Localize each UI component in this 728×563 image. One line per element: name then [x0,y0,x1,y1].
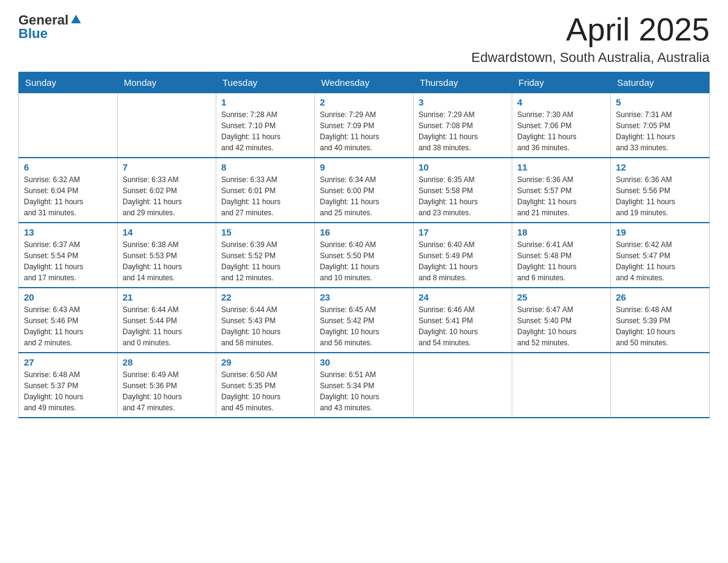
calendar-week-row: 27Sunrise: 6:48 AMSunset: 5:37 PMDayligh… [19,353,710,418]
day-number: 26 [616,292,704,302]
day-number: 14 [123,227,211,237]
calendar-cell: 10Sunrise: 6:35 AMSunset: 5:58 PMDayligh… [414,158,512,223]
page-header: General Blue April 2025 Edwardstown, Sou… [18,12,710,66]
day-info: Sunrise: 6:44 AMSunset: 5:43 PMDaylight:… [221,305,281,347]
calendar-cell: 18Sunrise: 6:41 AMSunset: 5:48 PMDayligh… [512,223,611,288]
calendar-cell: 8Sunrise: 6:33 AMSunset: 6:01 PMDaylight… [216,158,315,223]
calendar-table: SundayMondayTuesdayWednesdayThursdayFrid… [18,72,710,418]
page-subtitle: Edwardstown, South Australia, Australia [471,50,710,66]
day-info: Sunrise: 6:51 AMSunset: 5:34 PMDaylight:… [320,370,379,412]
day-info: Sunrise: 6:34 AMSunset: 6:00 PMDaylight:… [320,175,379,217]
day-number: 27 [24,357,112,367]
day-info: Sunrise: 6:32 AMSunset: 6:04 PMDaylight:… [24,175,83,217]
day-info: Sunrise: 6:40 AMSunset: 5:49 PMDaylight:… [419,240,478,282]
day-info: Sunrise: 6:37 AMSunset: 5:54 PMDaylight:… [24,240,83,282]
day-number: 28 [123,357,211,367]
calendar-cell: 16Sunrise: 6:40 AMSunset: 5:50 PMDayligh… [315,223,414,288]
svg-marker-0 [71,15,81,23]
day-number: 19 [616,227,704,237]
calendar-cell: 22Sunrise: 6:44 AMSunset: 5:43 PMDayligh… [216,288,315,353]
calendar-cell: 20Sunrise: 6:43 AMSunset: 5:46 PMDayligh… [19,288,118,353]
logo-blue-text: Blue [18,26,48,42]
calendar-day-header: Thursday [414,72,512,93]
calendar-cell: 25Sunrise: 6:47 AMSunset: 5:40 PMDayligh… [512,288,611,353]
calendar-cell: 3Sunrise: 7:29 AMSunset: 7:08 PMDaylight… [414,93,512,158]
calendar-cell: 30Sunrise: 6:51 AMSunset: 5:34 PMDayligh… [315,353,414,418]
day-info: Sunrise: 6:40 AMSunset: 5:50 PMDaylight:… [320,240,379,282]
day-info: Sunrise: 6:36 AMSunset: 5:56 PMDaylight:… [616,175,675,217]
day-info: Sunrise: 6:48 AMSunset: 5:39 PMDaylight:… [616,305,675,347]
day-info: Sunrise: 7:31 AMSunset: 7:05 PMDaylight:… [616,110,675,152]
day-number: 15 [221,227,309,237]
day-number: 25 [517,292,605,302]
day-number: 20 [24,292,112,302]
day-number: 24 [419,292,507,302]
calendar-cell: 9Sunrise: 6:34 AMSunset: 6:00 PMDaylight… [315,158,414,223]
day-info: Sunrise: 6:48 AMSunset: 5:37 PMDaylight:… [24,370,83,412]
calendar-cell [118,93,216,158]
day-info: Sunrise: 6:33 AMSunset: 6:01 PMDaylight:… [221,175,281,217]
day-number: 10 [419,162,507,172]
day-info: Sunrise: 6:49 AMSunset: 5:36 PMDaylight:… [123,370,182,412]
day-number: 11 [517,162,605,172]
calendar-cell: 23Sunrise: 6:45 AMSunset: 5:42 PMDayligh… [315,288,414,353]
day-info: Sunrise: 6:42 AMSunset: 5:47 PMDaylight:… [616,240,675,282]
calendar-cell: 21Sunrise: 6:44 AMSunset: 5:44 PMDayligh… [118,288,216,353]
day-number: 8 [221,162,309,172]
calendar-cell [414,353,512,418]
day-info: Sunrise: 6:35 AMSunset: 5:58 PMDaylight:… [419,175,478,217]
day-info: Sunrise: 6:50 AMSunset: 5:35 PMDaylight:… [221,370,281,412]
day-number: 9 [320,162,408,172]
calendar-cell: 17Sunrise: 6:40 AMSunset: 5:49 PMDayligh… [414,223,512,288]
day-info: Sunrise: 6:41 AMSunset: 5:48 PMDaylight:… [517,240,577,282]
calendar-cell: 11Sunrise: 6:36 AMSunset: 5:57 PMDayligh… [512,158,611,223]
day-number: 22 [221,292,309,302]
day-number: 17 [419,227,507,237]
calendar-cell [19,93,118,158]
calendar-cell: 7Sunrise: 6:33 AMSunset: 6:02 PMDaylight… [118,158,216,223]
calendar-cell: 15Sunrise: 6:39 AMSunset: 5:52 PMDayligh… [216,223,315,288]
calendar-header-row: SundayMondayTuesdayWednesdayThursdayFrid… [19,72,710,93]
calendar-week-row: 1Sunrise: 7:28 AMSunset: 7:10 PMDaylight… [19,93,710,158]
logo-triangle-icon [70,13,82,27]
day-info: Sunrise: 6:43 AMSunset: 5:46 PMDaylight:… [24,305,83,347]
calendar-cell: 24Sunrise: 6:46 AMSunset: 5:41 PMDayligh… [414,288,512,353]
calendar-day-header: Saturday [611,72,710,93]
calendar-cell [512,353,611,418]
day-number: 21 [123,292,211,302]
calendar-cell: 14Sunrise: 6:38 AMSunset: 5:53 PMDayligh… [118,223,216,288]
day-info: Sunrise: 7:28 AMSunset: 7:10 PMDaylight:… [221,110,281,152]
title-section: April 2025 Edwardstown, South Australia,… [471,12,710,66]
calendar-cell: 29Sunrise: 6:50 AMSunset: 5:35 PMDayligh… [216,353,315,418]
calendar-cell: 27Sunrise: 6:48 AMSunset: 5:37 PMDayligh… [19,353,118,418]
calendar-cell: 6Sunrise: 6:32 AMSunset: 6:04 PMDaylight… [19,158,118,223]
calendar-week-row: 20Sunrise: 6:43 AMSunset: 5:46 PMDayligh… [19,288,710,353]
day-info: Sunrise: 6:45 AMSunset: 5:42 PMDaylight:… [320,305,379,347]
day-number: 7 [123,162,211,172]
calendar-cell: 19Sunrise: 6:42 AMSunset: 5:47 PMDayligh… [611,223,710,288]
day-info: Sunrise: 7:29 AMSunset: 7:09 PMDaylight:… [320,110,379,152]
day-info: Sunrise: 7:30 AMSunset: 7:06 PMDaylight:… [517,110,577,152]
calendar-day-header: Monday [118,72,216,93]
day-number: 30 [320,357,408,367]
day-number: 16 [320,227,408,237]
day-number: 23 [320,292,408,302]
day-info: Sunrise: 6:47 AMSunset: 5:40 PMDaylight:… [517,305,577,347]
day-info: Sunrise: 6:46 AMSunset: 5:41 PMDaylight:… [419,305,478,347]
calendar-cell: 26Sunrise: 6:48 AMSunset: 5:39 PMDayligh… [611,288,710,353]
calendar-day-header: Sunday [19,72,118,93]
day-number: 5 [616,97,704,107]
day-info: Sunrise: 6:39 AMSunset: 5:52 PMDaylight:… [221,240,281,282]
calendar-cell: 2Sunrise: 7:29 AMSunset: 7:09 PMDaylight… [315,93,414,158]
calendar-cell: 12Sunrise: 6:36 AMSunset: 5:56 PMDayligh… [611,158,710,223]
calendar-cell: 13Sunrise: 6:37 AMSunset: 5:54 PMDayligh… [19,223,118,288]
day-info: Sunrise: 6:44 AMSunset: 5:44 PMDaylight:… [123,305,182,347]
day-number: 6 [24,162,112,172]
calendar-day-header: Friday [512,72,611,93]
day-number: 2 [320,97,408,107]
day-info: Sunrise: 6:33 AMSunset: 6:02 PMDaylight:… [123,175,182,217]
calendar-week-row: 13Sunrise: 6:37 AMSunset: 5:54 PMDayligh… [19,223,710,288]
day-number: 3 [419,97,507,107]
logo: General Blue [18,12,82,42]
day-info: Sunrise: 6:36 AMSunset: 5:57 PMDaylight:… [517,175,577,217]
